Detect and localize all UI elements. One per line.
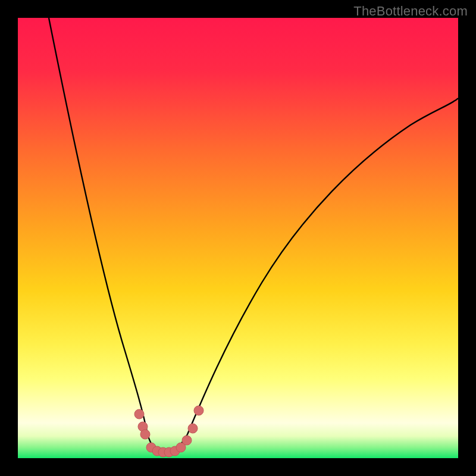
marker-dot (134, 409, 144, 419)
watermark-text: TheBottleneck.com (353, 4, 468, 19)
marker-group (134, 406, 203, 457)
chart-frame: TheBottleneck.com (0, 0, 476, 476)
bottleneck-curve (18, 18, 458, 458)
marker-dot (140, 430, 150, 439)
marker-dot (194, 406, 203, 415)
curve-right-branch (187, 98, 458, 434)
marker-dot (188, 424, 198, 433)
curve-left-branch (49, 18, 148, 434)
marker-dot (182, 436, 192, 445)
plot-area (18, 18, 458, 458)
